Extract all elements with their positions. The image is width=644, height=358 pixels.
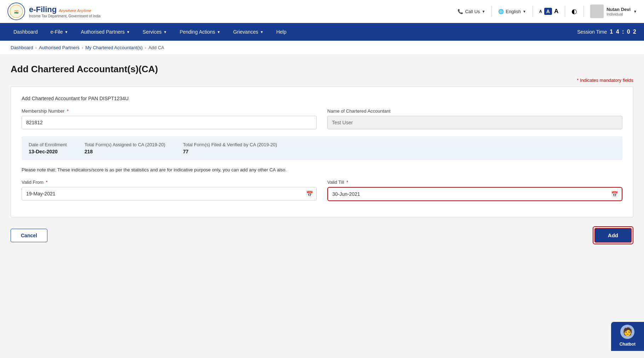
breadcrumb-dashboard[interactable]: Dashboard — [11, 45, 33, 50]
form-card: Add Chartered Accountant for PAN DISPT12… — [11, 86, 633, 217]
membership-row: Membership Number * Name of Chartered Ac… — [22, 108, 622, 129]
total-filed-value: 77 — [183, 149, 277, 154]
valid-from-label: Valid From * — [22, 180, 317, 185]
chatbot-person-icon: 🧑 — [623, 327, 632, 336]
add-button[interactable]: Add — [594, 228, 632, 243]
language-button[interactable]: 🌐 English ▼ — [498, 9, 526, 14]
dates-row: Valid From * 📅 Valid Till * 📅 — [22, 180, 622, 201]
cancel-button[interactable]: Cancel — [11, 229, 47, 242]
anywhere-text: Anywhere Anytime — [59, 8, 91, 13]
nav-grievances[interactable]: Grievances ▼ — [227, 23, 270, 41]
chatbot-widget[interactable]: 🧑 Chatbot — [611, 322, 644, 351]
action-bar: Cancel Add — [11, 217, 633, 248]
mandatory-text: Indicates mandatory fields — [580, 78, 633, 83]
note-text: Please note that: These indicators/score… — [22, 167, 622, 172]
ca-name-input — [327, 116, 622, 129]
call-chevron-icon: ▼ — [482, 10, 485, 13]
call-us-label: Call Us — [465, 9, 480, 14]
valid-till-input[interactable] — [331, 189, 619, 199]
divider-4 — [583, 6, 584, 17]
total-forms-label: Total Form(s) Assigned to CA (2019-20) — [85, 142, 165, 147]
nav-dashboard[interactable]: Dashboard — [7, 23, 44, 41]
user-chevron-icon: ▼ — [633, 10, 637, 13]
contrast-button[interactable]: ◐ — [571, 7, 577, 15]
chatbot-label: Chatbot — [616, 340, 639, 348]
add-button-wrapper: Add — [593, 226, 633, 244]
breadcrumb: Dashboard › Authorised Partners › My Cha… — [0, 41, 644, 55]
divider-3 — [565, 6, 565, 17]
valid-till-label: Valid Till * — [327, 180, 622, 185]
logo-text: e-Filing Anywhere Anytime Income Tax Dep… — [29, 5, 100, 18]
nav-authorised-partners[interactable]: Authorised Partners ▼ — [74, 23, 136, 41]
nav-services[interactable]: Services ▼ — [136, 23, 173, 41]
font-small-button[interactable]: A — [539, 9, 542, 13]
pan-info: Add Chartered Accountant for PAN DISPT12… — [22, 96, 622, 101]
membership-label-text: Membership Number — [22, 108, 64, 114]
valid-from-label-text: Valid From — [22, 180, 44, 185]
ca-name-group: Name of Chartered Accountant — [327, 108, 622, 129]
efile-chevron-icon: ▼ — [65, 30, 68, 34]
divider-1 — [491, 6, 492, 17]
total-filed-label: Total Form(s) Filed & Verified by CA (20… — [183, 142, 277, 147]
font-large-button[interactable]: A — [554, 8, 558, 15]
language-chevron-icon: ▼ — [523, 10, 526, 13]
nav-grievances-label: Grievances — [233, 29, 258, 35]
font-size-controls: A A A — [539, 8, 558, 15]
valid-till-highlight-wrapper: 📅 — [327, 187, 622, 201]
membership-input[interactable] — [22, 116, 317, 129]
nav-efile-label: e-File — [51, 29, 63, 35]
mandatory-asterisk: * — [577, 78, 580, 83]
user-info: Nutan Devi Individual — [606, 7, 631, 16]
nav-efile[interactable]: e-File ▼ — [44, 23, 75, 41]
ca-name-label: Name of Chartered Accountant — [327, 108, 622, 114]
svg-text:🇮🇳: 🇮🇳 — [14, 10, 19, 14]
font-medium-button[interactable]: A — [544, 8, 552, 15]
breadcrumb-my-ca[interactable]: My Chartered Accountant(s) — [85, 45, 143, 50]
total-forms-item: Total Form(s) Assigned to CA (2019-20) 2… — [85, 142, 165, 154]
nav-bar: Dashboard e-File ▼ Authorised Partners ▼… — [0, 23, 644, 41]
nav-dashboard-label: Dashboard — [13, 29, 38, 35]
main-content: Add Chartered Accountant(s)(CA) * Indica… — [0, 55, 644, 358]
divider-2 — [533, 6, 533, 17]
efiling-text: e-Filing — [29, 5, 57, 14]
call-us-button[interactable]: 📞 Call Us ▼ — [458, 9, 485, 14]
user-name: Nutan Devi — [606, 7, 631, 12]
valid-from-group: Valid From * 📅 — [22, 180, 317, 201]
mandatory-note: * Indicates mandatory fields — [11, 78, 633, 83]
logo-subtitle: Income Tax Department, Government of Ind… — [29, 14, 100, 18]
emblem-icon: 🇮🇳 — [7, 2, 25, 21]
enrollment-item: Date of Enrollment 13-Dec-2020 — [29, 142, 67, 154]
pending-chevron-icon: ▼ — [217, 30, 220, 34]
enrollment-value: 13-Dec-2020 — [29, 149, 67, 154]
logo-area: 🇮🇳 e-Filing Anywhere Anytime Income Tax … — [7, 2, 100, 21]
valid-from-input[interactable] — [22, 187, 317, 200]
user-area[interactable]: Nutan Devi Individual ▼ — [590, 5, 637, 18]
breadcrumb-sep-1: › — [35, 45, 37, 50]
membership-group: Membership Number * — [22, 108, 317, 129]
services-chevron-icon: ▼ — [163, 30, 167, 34]
breadcrumb-sep-3: › — [145, 45, 146, 50]
breadcrumb-authorised-partners[interactable]: Authorised Partners — [39, 45, 80, 50]
nav-help-label: Help — [276, 29, 287, 35]
nav-services-label: Services — [143, 29, 162, 35]
valid-till-calendar-icon[interactable]: 📅 — [611, 191, 618, 198]
valid-till-label-text: Valid Till — [327, 180, 344, 185]
user-avatar — [590, 5, 604, 18]
total-filed-item: Total Form(s) Filed & Verified by CA (20… — [183, 142, 277, 154]
add-button-highlight: Add — [593, 226, 633, 244]
chatbot-area[interactable]: 🧑 Chatbot — [611, 322, 644, 351]
enrollment-label: Date of Enrollment — [29, 142, 67, 147]
valid-from-required: * — [46, 180, 48, 185]
phone-icon: 📞 — [458, 9, 463, 14]
page-title: Add Chartered Accountant(s)(CA) — [11, 64, 633, 75]
total-forms-value: 218 — [85, 149, 165, 154]
nav-pending-actions[interactable]: Pending Actions ▼ — [173, 23, 227, 41]
nav-help[interactable]: Help — [270, 23, 293, 41]
membership-label: Membership Number * — [22, 108, 317, 114]
breadcrumb-add-ca: Add CA — [148, 45, 164, 50]
chatbot-avatar: 🧑 — [620, 325, 634, 339]
info-box: Date of Enrollment 13-Dec-2020 Total For… — [22, 136, 622, 160]
nav-pending-actions-label: Pending Actions — [180, 29, 215, 35]
grievances-chevron-icon: ▼ — [260, 30, 264, 34]
partners-chevron-icon: ▼ — [126, 30, 130, 34]
